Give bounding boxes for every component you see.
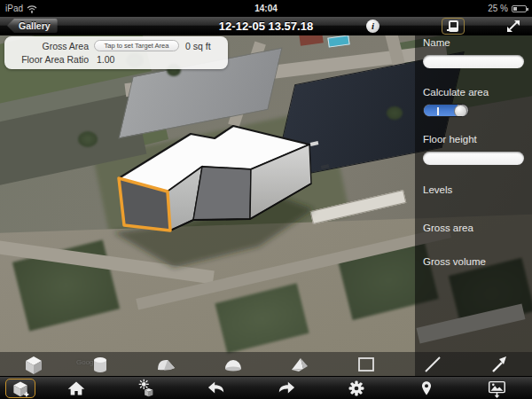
panel-toggle-button[interactable] — [442, 18, 465, 35]
lighting-button[interactable] — [111, 377, 181, 399]
home-icon — [66, 379, 87, 398]
calculate-area-label: Calculate area — [423, 87, 524, 98]
floor-area-ratio-label: Floor Area Ratio — [4, 54, 89, 65]
levels-label: Levels — [423, 184, 524, 195]
selected-tool-highlight — [5, 379, 35, 398]
gross-volume-label: Gross volume — [423, 256, 524, 267]
add-shape-icon — [9, 379, 32, 398]
cylinder-shape-icon — [89, 353, 112, 376]
map-red-roof-house — [299, 35, 324, 46]
shape-rounded-wedge-button[interactable] — [133, 352, 200, 376]
gross-area-label: Gross Area — [4, 41, 89, 51]
battery-icon — [512, 5, 527, 12]
toggle-on-track — [424, 105, 458, 116]
nav-bar: Gallery 12-12-05 13.57.18 i — [0, 17, 532, 35]
map-swimming-pool — [327, 35, 349, 48]
map-tree — [78, 131, 98, 147]
calculate-area-toggle[interactable] — [423, 104, 469, 117]
toggle-knob[interactable] — [454, 105, 467, 117]
rounded-wedge-shape-icon — [155, 353, 178, 376]
fullscreen-icon — [505, 19, 521, 34]
line-shape-icon — [421, 353, 444, 376]
toggle-on-mark — [437, 107, 439, 115]
redo-icon — [276, 379, 297, 397]
export-image-button[interactable] — [462, 377, 532, 399]
shape-cylinder-button[interactable] — [66, 352, 133, 376]
dome-shape-icon — [222, 353, 245, 376]
shape-arrow-button[interactable] — [466, 352, 532, 376]
home-button[interactable] — [41, 377, 111, 399]
arrow-shape-icon — [488, 353, 511, 376]
location-pin-icon — [418, 379, 435, 398]
wedge-shape-icon — [288, 353, 311, 376]
location-button[interactable] — [392, 377, 462, 399]
set-target-area-button[interactable]: Tap to set Target Area — [94, 40, 179, 51]
undo-button[interactable] — [181, 377, 251, 399]
gross-area-value: 0 sq ft — [185, 41, 211, 51]
properties-sidebar: Name Calculate area Floor height Levels … — [415, 35, 532, 399]
shape-toolbar — [0, 352, 532, 376]
panel-toggle-icon — [449, 20, 458, 32]
floor-height-input[interactable] — [423, 152, 524, 165]
shape-line-button[interactable] — [399, 352, 466, 376]
shape-box-button[interactable] — [0, 352, 66, 376]
name-input[interactable] — [423, 55, 524, 68]
add-shape-button[interactable] — [0, 377, 41, 399]
info-button[interactable]: i — [366, 20, 379, 33]
gross-area-panel: Gross Area Tap to set Target Area 0 sq f… — [4, 36, 228, 69]
settings-button[interactable] — [322, 377, 392, 399]
fullscreen-button[interactable] — [505, 19, 521, 34]
main-toolbar — [0, 376, 532, 399]
floor-area-ratio-value: 1.00 — [97, 54, 114, 65]
shape-dome-button[interactable] — [200, 352, 266, 376]
floor-height-label: Floor height — [423, 134, 524, 145]
gear-icon — [347, 379, 366, 398]
undo-icon — [206, 379, 227, 397]
clock: 14:04 — [0, 4, 532, 13]
gross-area-field-label: Gross area — [423, 223, 524, 233]
box-shape-icon — [22, 353, 45, 376]
shape-rectangle-button[interactable] — [332, 352, 399, 376]
app-screen: iPad 14:04 25 % Gallery 12-12-05 13.57.1… — [0, 0, 532, 399]
status-bar: iPad 14:04 25 % — [0, 0, 532, 17]
rectangle-shape-icon — [355, 353, 378, 376]
export-image-icon — [486, 378, 507, 399]
lighting-icon — [136, 378, 157, 399]
map-tree — [387, 106, 403, 120]
name-label: Name — [423, 37, 524, 48]
redo-button[interactable] — [251, 377, 321, 399]
shape-wedge-button[interactable] — [266, 352, 332, 376]
